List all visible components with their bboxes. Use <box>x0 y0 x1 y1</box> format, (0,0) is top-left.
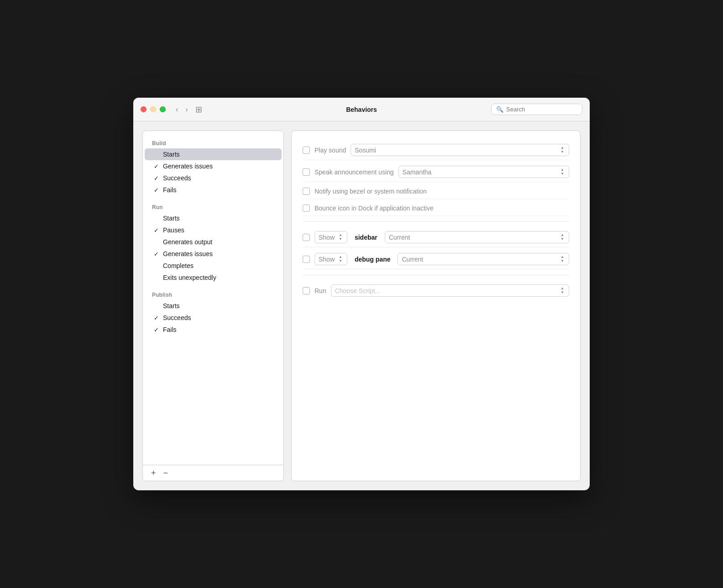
section-header-build: Build <box>143 136 283 148</box>
show-debug-current-wrapper: Current All ▲ ▼ <box>398 253 569 265</box>
nav-buttons: ‹ › <box>173 104 191 116</box>
show-sidebar-select-wrapper: Show Hide ▲ ▼ <box>314 231 347 243</box>
sidebar-item-build-fails[interactable]: ✓ Fails <box>145 184 282 196</box>
close-button[interactable] <box>141 106 147 112</box>
window: ‹ › ⊞ Behaviors 🔍 Build Starts ✓ Generat… <box>133 98 590 490</box>
speak-announcement-checkbox[interactable] <box>303 168 310 176</box>
traffic-lights <box>141 106 166 112</box>
show-debug-current-stepper: ▲ ▼ <box>560 255 565 263</box>
forward-button[interactable]: › <box>183 104 190 116</box>
stepper-down[interactable]: ▼ <box>338 259 343 263</box>
window-title: Behaviors <box>346 106 377 113</box>
show-debug-row: Show Hide ▲ ▼ debug pane Current All <box>303 249 569 269</box>
bounce-icon-label: Bounce icon in Dock if application inact… <box>314 205 434 212</box>
run-stepper: ▲ ▼ <box>560 287 565 294</box>
bounce-icon-row: Bounce icon in Dock if application inact… <box>303 201 569 216</box>
play-sound-stepper: ▲ ▼ <box>560 146 565 154</box>
run-checkbox[interactable] <box>303 287 310 294</box>
play-sound-label: Play sound <box>314 147 346 154</box>
stepper-up[interactable]: ▲ <box>560 146 565 150</box>
show-debug-target-label: debug pane <box>355 256 391 263</box>
stepper-up[interactable]: ▲ <box>338 233 343 237</box>
sidebar-item-build-starts[interactable]: Starts <box>145 148 282 160</box>
sidebar-item-run-generates-output[interactable]: Generates output <box>145 236 282 248</box>
sidebar-item-publish-fails[interactable]: ✓ Fails <box>145 324 282 336</box>
check-icon: ✓ <box>154 326 161 333</box>
section-header-run: Run <box>143 200 283 212</box>
sidebar-item-build-generates-issues[interactable]: ✓ Generates issues <box>145 160 282 172</box>
main-panel: Play sound Sosumi Basso Blow Bottle ▲ ▼ <box>291 131 581 481</box>
play-sound-select[interactable]: Sosumi Basso Blow Bottle <box>355 147 558 154</box>
stepper-down[interactable]: ▼ <box>560 150 565 154</box>
show-debug-checkbox[interactable] <box>303 256 310 263</box>
check-icon: ✓ <box>154 187 161 194</box>
stepper-down[interactable]: ▼ <box>560 259 565 263</box>
stepper-down[interactable]: ▼ <box>338 237 343 241</box>
sidebar-item-build-succeeds[interactable]: ✓ Succeeds <box>145 172 282 184</box>
sidebar: Build Starts ✓ Generates issues ✓ Succee… <box>142 131 284 481</box>
run-row: Run Choose Script... ▲ ▼ <box>303 281 569 300</box>
show-sidebar-stepper: ▲ ▼ <box>338 233 343 241</box>
sidebar-list: Build Starts ✓ Generates issues ✓ Succee… <box>143 131 283 465</box>
search-input[interactable] <box>506 106 577 113</box>
stepper-up[interactable]: ▲ <box>560 287 565 290</box>
run-label: Run <box>314 287 326 294</box>
show-sidebar-row: Show Hide ▲ ▼ sidebar Current All ▲ <box>303 227 569 247</box>
bounce-icon-checkbox[interactable] <box>303 205 310 212</box>
stepper-down[interactable]: ▼ <box>560 237 565 241</box>
show-sidebar-target-label: sidebar <box>355 234 377 241</box>
sidebar-footer: + − <box>143 465 283 481</box>
notify-bezel-checkbox[interactable] <box>303 188 310 195</box>
stepper-down[interactable]: ▼ <box>560 172 565 176</box>
search-icon: 🔍 <box>496 106 503 113</box>
play-sound-row: Play sound Sosumi Basso Blow Bottle ▲ ▼ <box>303 140 569 160</box>
play-sound-checkbox[interactable] <box>303 147 310 154</box>
sidebar-item-run-starts[interactable]: Starts <box>145 212 282 224</box>
divider-2 <box>303 275 569 275</box>
show-sidebar-current-select[interactable]: Current All <box>389 234 558 241</box>
sidebar-item-run-pauses[interactable]: ✓ Pauses <box>145 224 282 236</box>
show-debug-current-select[interactable]: Current All <box>402 256 558 263</box>
sidebar-item-run-exits-unexpectedly[interactable]: Exits unexpectedly <box>145 272 282 284</box>
sidebar-item-run-generates-issues[interactable]: ✓ Generates issues <box>145 248 282 260</box>
content-area: Build Starts ✓ Generates issues ✓ Succee… <box>133 121 590 490</box>
speak-announcement-row: Speak announcement using Samantha Alex F… <box>303 162 569 182</box>
check-icon: ✓ <box>154 251 161 257</box>
section-header-publish: Publish <box>143 288 283 300</box>
grid-button[interactable]: ⊞ <box>193 103 205 116</box>
check-icon: ✓ <box>154 315 161 321</box>
minimize-button[interactable] <box>150 106 156 112</box>
show-sidebar-show-select[interactable]: Show Hide <box>319 234 335 241</box>
speak-announcement-stepper: ▲ ▼ <box>560 168 565 176</box>
sidebar-item-publish-starts[interactable]: Starts <box>145 300 282 312</box>
search-box: 🔍 <box>491 104 582 115</box>
sidebar-item-run-completes[interactable]: Completes <box>145 260 282 272</box>
sidebar-item-publish-succeeds[interactable]: ✓ Succeeds <box>145 312 282 324</box>
run-select-wrapper: Choose Script... ▲ ▼ <box>331 284 569 297</box>
stepper-down[interactable]: ▼ <box>560 291 565 294</box>
show-debug-show-select[interactable]: Show Hide <box>319 256 335 263</box>
run-script-select[interactable]: Choose Script... <box>335 287 558 294</box>
remove-button[interactable]: − <box>162 469 169 477</box>
notify-bezel-row: Notify using bezel or system notificatio… <box>303 184 569 199</box>
stepper-up[interactable]: ▲ <box>560 255 565 259</box>
stepper-up[interactable]: ▲ <box>560 233 565 237</box>
show-debug-select-wrapper: Show Hide ▲ ▼ <box>314 253 347 265</box>
back-button[interactable]: ‹ <box>173 104 181 116</box>
show-sidebar-checkbox[interactable] <box>303 234 310 241</box>
show-debug-stepper: ▲ ▼ <box>338 255 343 263</box>
check-icon: ✓ <box>154 227 161 234</box>
show-sidebar-current-stepper: ▲ ▼ <box>560 233 565 241</box>
titlebar: ‹ › ⊞ Behaviors 🔍 <box>133 98 590 121</box>
speak-announcement-label: Speak announcement using <box>314 168 394 176</box>
play-sound-select-wrapper: Sosumi Basso Blow Bottle ▲ ▼ <box>351 144 569 156</box>
maximize-button[interactable] <box>160 106 166 112</box>
check-icon: ✓ <box>154 175 161 182</box>
show-sidebar-current-wrapper: Current All ▲ ▼ <box>385 231 569 243</box>
stepper-up[interactable]: ▲ <box>338 255 343 259</box>
speak-announcement-select-wrapper: Samantha Alex Fred ▲ ▼ <box>398 166 569 178</box>
speak-announcement-select[interactable]: Samantha Alex Fred <box>403 168 558 176</box>
stepper-up[interactable]: ▲ <box>560 168 565 172</box>
notify-bezel-label: Notify using bezel or system notificatio… <box>314 188 427 195</box>
add-button[interactable]: + <box>150 469 157 477</box>
